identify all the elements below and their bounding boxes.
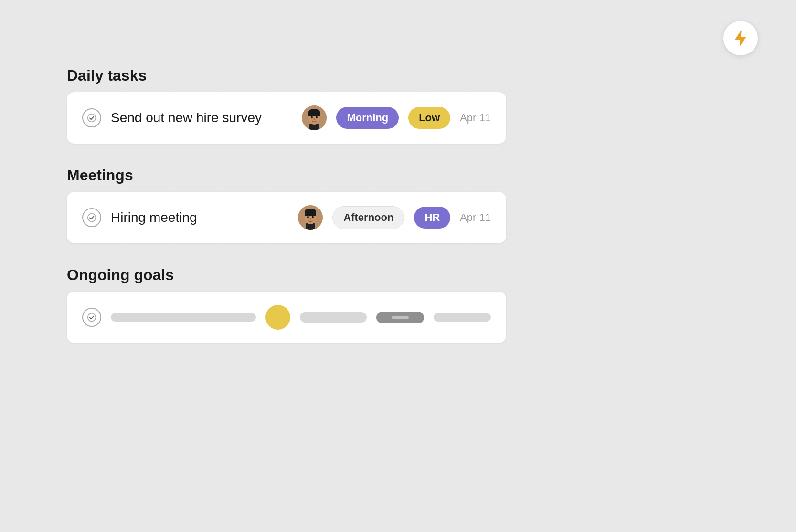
svg-point-16 [312, 216, 314, 218]
daily-tasks-title: Daily tasks [67, 67, 506, 84]
task-name-meeting: Hiring meeting [111, 210, 288, 225]
svg-rect-14 [305, 212, 316, 216]
svg-point-9 [88, 214, 96, 222]
daily-tasks-section: Daily tasks Send out new hire survey [67, 67, 506, 144]
check-icon-meeting[interactable] [82, 208, 101, 227]
svg-rect-5 [308, 112, 320, 116]
svg-rect-11 [306, 223, 315, 230]
time-badge-survey: Morning [336, 107, 399, 129]
task-card-meeting[interactable]: Hiring meeting Afternoon HR Apr 11 [67, 192, 506, 243]
svg-rect-2 [309, 124, 319, 130]
svg-point-17 [310, 218, 311, 220]
main-content: Daily tasks Send out new hire survey [0, 0, 573, 343]
task-card-goal[interactable] [67, 292, 506, 343]
avatar-survey [302, 105, 327, 130]
lightning-button[interactable] [723, 21, 758, 55]
ongoing-goals-title: Ongoing goals [67, 266, 506, 284]
avatar-goal [265, 305, 290, 330]
lightning-icon [733, 30, 748, 47]
check-icon-goal[interactable] [82, 308, 101, 327]
time-badge-goal-placeholder [300, 312, 367, 323]
svg-point-15 [307, 216, 309, 218]
goal-name-placeholder [111, 313, 256, 322]
avatar-meeting [298, 205, 323, 230]
priority-badge-goal [376, 312, 424, 323]
svg-point-7 [316, 116, 318, 118]
priority-badge-meeting: HR [414, 207, 450, 229]
task-card-survey[interactable]: Send out new hire survey [67, 92, 506, 144]
date-meeting: Apr 11 [460, 211, 491, 224]
date-survey: Apr 11 [460, 112, 491, 124]
date-goal-placeholder [434, 313, 491, 322]
ongoing-goals-section: Ongoing goals [67, 266, 506, 343]
svg-point-8 [314, 118, 315, 120]
task-name-survey: Send out new hire survey [111, 110, 292, 125]
svg-point-18 [88, 313, 96, 322]
priority-badge-survey: Low [408, 107, 450, 129]
svg-point-0 [88, 114, 96, 122]
meetings-section: Meetings Hiring meeting [67, 167, 506, 243]
meetings-title: Meetings [67, 167, 506, 184]
svg-point-6 [311, 116, 313, 118]
check-icon-survey[interactable] [82, 108, 101, 127]
time-badge-meeting: Afternoon [332, 206, 404, 229]
